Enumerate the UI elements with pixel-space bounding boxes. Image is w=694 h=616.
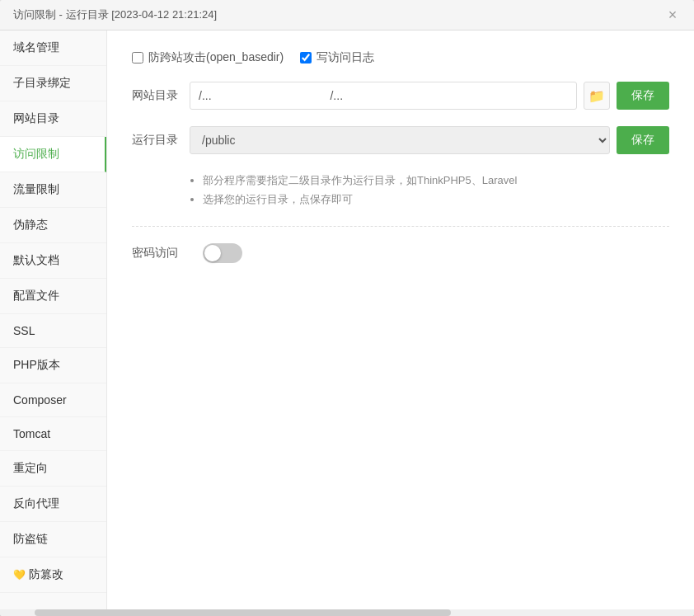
- run-dir-select[interactable]: / /public /app /www: [190, 126, 610, 154]
- sidebar-item-label-tomcat: Tomcat: [13, 427, 50, 440]
- crown-icon: 💛: [13, 569, 26, 581]
- hint-item-2: 选择您的运行目录，点保存即可: [203, 190, 669, 209]
- password-access-toggle[interactable]: [203, 243, 242, 263]
- run-dir-save-button[interactable]: 保存: [617, 126, 669, 154]
- sidebar-item-label-subdir-bind: 子目录绑定: [13, 76, 71, 89]
- sidebar-item-domain-mgmt[interactable]: 域名管理: [0, 31, 106, 66]
- checkbox-group: 防跨站攻击(open_basedir) 写访问日志: [132, 50, 669, 65]
- sidebar-item-label-config-file: 配置文件: [13, 289, 59, 302]
- access-log-checkbox[interactable]: 写访问日志: [300, 50, 374, 65]
- website-dir-input-group: 📁 保存: [190, 82, 669, 110]
- sidebar-item-label-hotlink-protect: 防盗链: [13, 532, 48, 545]
- website-dir-label: 网站目录: [132, 88, 190, 103]
- sidebar-item-ssl[interactable]: SSL: [0, 314, 106, 348]
- website-dir-save-button[interactable]: 保存: [617, 82, 669, 110]
- sidebar-item-label-redirect: 重定向: [13, 461, 48, 474]
- open-basedir-input[interactable]: [132, 52, 143, 63]
- run-dir-row: 运行目录 / /public /app /www 保存: [132, 126, 669, 154]
- sidebar-item-label-composer: Composer: [13, 393, 67, 407]
- open-basedir-checkbox[interactable]: 防跨站攻击(open_basedir): [132, 50, 284, 65]
- sidebar-item-label-domain-mgmt: 域名管理: [13, 40, 59, 54]
- main-dialog: 访问限制 - 运行目录 [2023-04-12 21:21:24] × 域名管理…: [0, 0, 694, 616]
- sidebar-item-subdir-bind[interactable]: 子目录绑定: [0, 66, 106, 101]
- open-basedir-label: 防跨站攻击(open_basedir): [148, 50, 284, 65]
- sidebar-item-reverse-proxy[interactable]: 反向代理: [0, 487, 106, 522]
- sidebar-item-label-tamper-protect: 防篡改: [29, 567, 63, 582]
- sidebar-item-hotlink-protect[interactable]: 防盗链: [0, 522, 106, 557]
- sidebar-item-tamper-protect[interactable]: 💛防篡改: [0, 557, 106, 593]
- content-panel: 防跨站攻击(open_basedir) 写访问日志 网站目录 📁 保存: [107, 31, 694, 616]
- sidebar-item-config-file[interactable]: 配置文件: [0, 279, 106, 314]
- run-dir-input-group: / /public /app /www 保存: [190, 126, 669, 154]
- sidebar-item-redirect[interactable]: 重定向: [0, 451, 106, 487]
- password-access-label: 密码访问: [132, 246, 190, 261]
- dialog-body: 域名管理子目录绑定网站目录访问限制流量限制伪静态默认文档配置文件SSLPHP版本…: [0, 31, 694, 616]
- sidebar-item-php-version[interactable]: PHP版本: [0, 348, 106, 383]
- sidebar-item-access-limit[interactable]: 访问限制: [0, 137, 106, 172]
- folder-browse-button[interactable]: 📁: [584, 82, 610, 110]
- folder-icon: 📁: [588, 88, 605, 104]
- sidebar-item-label-reverse-proxy: 反向代理: [13, 496, 59, 510]
- website-dir-input[interactable]: [190, 82, 577, 110]
- sidebar: 域名管理子目录绑定网站目录访问限制流量限制伪静态默认文档配置文件SSLPHP版本…: [0, 31, 107, 616]
- sidebar-item-default-doc[interactable]: 默认文档: [0, 243, 106, 279]
- sidebar-item-label-pseudo-static: 伪静态: [13, 218, 48, 231]
- horizontal-scrollbar[interactable]: [0, 609, 694, 616]
- hint-item-1: 部分程序需要指定二级目录作为运行目录，如ThinkPHP5、Laravel: [203, 171, 669, 190]
- dialog-titlebar: 访问限制 - 运行目录 [2023-04-12 21:21:24] ×: [0, 0, 694, 31]
- sidebar-item-tomcat[interactable]: Tomcat: [0, 417, 106, 451]
- sidebar-item-composer[interactable]: Composer: [0, 383, 106, 417]
- sidebar-item-website-dir[interactable]: 网站目录: [0, 101, 106, 137]
- close-button[interactable]: ×: [664, 7, 681, 23]
- scrollbar-thumb: [35, 609, 451, 616]
- sidebar-item-label-php-version: PHP版本: [13, 358, 60, 371]
- dialog-title: 访问限制 - 运行目录 [2023-04-12 21:21:24]: [13, 7, 217, 22]
- divider: [132, 226, 669, 227]
- sidebar-item-label-ssl: SSL: [13, 324, 35, 337]
- website-dir-row: 网站目录 📁 保存: [132, 82, 669, 110]
- password-access-row: 密码访问: [132, 243, 669, 263]
- access-log-input[interactable]: [300, 52, 312, 63]
- sidebar-item-label-traffic-limit: 流量限制: [13, 182, 59, 195]
- sidebar-item-traffic-limit[interactable]: 流量限制: [0, 172, 106, 208]
- sidebar-item-label-default-doc: 默认文档: [13, 253, 59, 266]
- sidebar-item-label-access-limit: 访问限制: [13, 147, 59, 160]
- hint-list: 部分程序需要指定二级目录作为运行目录，如ThinkPHP5、Laravel 选择…: [190, 171, 669, 209]
- sidebar-item-label-website-dir: 网站目录: [13, 111, 59, 125]
- run-dir-label: 运行目录: [132, 133, 190, 148]
- sidebar-item-pseudo-static[interactable]: 伪静态: [0, 208, 106, 243]
- access-log-label: 写访问日志: [317, 50, 374, 65]
